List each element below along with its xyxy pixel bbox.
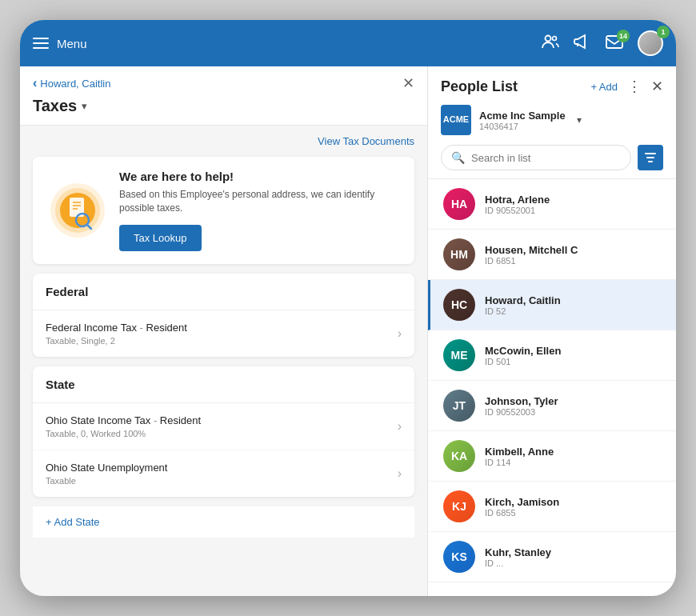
- person-id: ID 114: [485, 458, 554, 467]
- ohio-unemployment-item[interactable]: Ohio State Unemployment Taxable ›: [33, 450, 414, 497]
- person-info: McCowin, Ellen ID 501: [485, 345, 561, 366]
- federal-income-tax-info: Federal Income Tax - Resident Taxable, S…: [46, 322, 187, 346]
- people-list-title: People List: [441, 78, 518, 95]
- ohio-unemployment-info: Ohio State Unemployment Taxable: [46, 462, 167, 486]
- help-body: Based on this Employee's personal addres…: [119, 188, 398, 215]
- ohio-income-tax-sub: Taxable, 0, Worked 100%: [46, 429, 201, 438]
- company-logo: AC ME: [441, 105, 471, 135]
- search-icon: 🔍: [451, 151, 465, 164]
- person-item[interactable]: ME McCowin, Ellen ID 501: [428, 330, 676, 381]
- person-id: ID 90552003: [485, 407, 558, 417]
- person-id: ID 6851: [485, 256, 578, 266]
- state-section-header: State: [33, 366, 414, 403]
- svg-point-0: [546, 35, 551, 41]
- nav-icons: 14 1: [542, 30, 663, 56]
- ohio-income-tax-name: Ohio State Income Tax - Resident: [46, 414, 201, 426]
- person-avatar: KJ: [443, 490, 475, 522]
- mail-icon[interactable]: 14: [606, 34, 623, 53]
- breadcrumb-row: Howard, Caitlin ✕: [33, 76, 414, 90]
- hamburger-icon[interactable]: [33, 38, 49, 49]
- add-state-button[interactable]: + Add State: [33, 506, 414, 538]
- left-body: View Tax Documents: [20, 126, 427, 547]
- person-id: ID 501: [485, 357, 561, 366]
- close-button[interactable]: ✕: [402, 76, 414, 90]
- ohio-unemployment-name: Ohio State Unemployment: [46, 462, 167, 474]
- person-name: McCowin, Ellen: [485, 345, 561, 357]
- person-name: Johnson, Tyler: [485, 395, 558, 407]
- person-name: Kimbell, Anne: [485, 446, 554, 458]
- people-title-row: People List + Add ⋮ ✕: [441, 78, 663, 95]
- person-avatar: JT: [443, 390, 475, 422]
- help-illustration: [49, 182, 106, 239]
- tax-lookup-button[interactable]: Tax Lookup: [119, 225, 202, 251]
- left-panel: Howard, Caitlin ✕ Taxes ▾ View Tax Docum…: [20, 66, 428, 596]
- person-avatar: HA: [443, 188, 475, 220]
- person-item[interactable]: KA Kimbell, Anne ID 114: [428, 431, 676, 482]
- person-id: ID 52: [485, 306, 561, 316]
- person-info: Johnson, Tyler ID 90552003: [485, 395, 558, 417]
- person-id: ID ...: [485, 558, 551, 568]
- company-info: Acme Inc Sample 14036417: [479, 110, 566, 131]
- company-name: Acme Inc Sample: [479, 110, 566, 122]
- person-item[interactable]: HA Hotra, Arlene ID 90552001: [428, 179, 676, 230]
- people-actions: + Add ⋮ ✕: [590, 78, 663, 95]
- person-avatar: HC: [443, 289, 475, 321]
- ohio-income-tax-item[interactable]: Ohio State Income Tax - Resident Taxable…: [33, 403, 414, 450]
- federal-income-tax-item[interactable]: Federal Income Tax - Resident Taxable, S…: [33, 310, 414, 357]
- close-people-button[interactable]: ✕: [651, 78, 663, 95]
- person-avatar: KS: [443, 541, 475, 573]
- federal-income-tax-arrow: ›: [398, 326, 402, 341]
- person-item[interactable]: HM Housen, Mitchell C ID 6851: [428, 230, 676, 280]
- help-heading: We are here to help!: [119, 170, 398, 183]
- people-header: People List + Add ⋮ ✕ AC ME Acme Inc Sam…: [428, 66, 676, 179]
- person-id: ID 90552001: [485, 206, 550, 215]
- breadcrumb-link[interactable]: Howard, Caitlin: [33, 76, 110, 90]
- page-title-row: Taxes ▾: [33, 97, 414, 125]
- svg-point-1: [553, 36, 557, 40]
- search-input[interactable]: [471, 152, 621, 164]
- person-name: Housen, Mitchell C: [485, 244, 578, 256]
- person-avatar: HM: [443, 238, 475, 270]
- avatar-nav[interactable]: 1: [638, 30, 663, 56]
- tablet-frame: Menu 14: [20, 20, 676, 596]
- person-name: Kuhr, Stanley: [485, 546, 551, 558]
- person-info: Housen, Mitchell C ID 6851: [485, 244, 578, 266]
- nav-left: Menu: [33, 37, 87, 50]
- add-person-button[interactable]: + Add: [590, 81, 618, 93]
- search-box[interactable]: 🔍: [441, 145, 631, 170]
- person-name: Kirch, Jamison: [485, 496, 559, 508]
- person-info: Kimbell, Anne ID 114: [485, 446, 554, 467]
- megaphone-icon[interactable]: [574, 34, 591, 54]
- person-item[interactable]: KJ Kirch, Jamison ID 6855: [428, 482, 676, 532]
- ohio-income-tax-arrow: ›: [398, 419, 402, 434]
- left-header: Howard, Caitlin ✕ Taxes ▾: [20, 66, 427, 126]
- help-card: We are here to help! Based on this Emplo…: [33, 157, 414, 264]
- federal-income-tax-sub: Taxable, Single, 2: [46, 336, 187, 346]
- main-content: Howard, Caitlin ✕ Taxes ▾ View Tax Docum…: [20, 66, 676, 596]
- view-docs-link[interactable]: View Tax Documents: [33, 135, 414, 147]
- person-item[interactable]: HC Howard, Caitlin ID 52: [428, 280, 676, 330]
- person-item[interactable]: KS Kuhr, Stanley ID ...: [428, 532, 676, 582]
- search-row: 🔍: [441, 145, 663, 170]
- person-item[interactable]: JT Johnson, Tyler ID 90552003: [428, 381, 676, 431]
- people-icon[interactable]: [542, 34, 559, 53]
- company-dropdown-icon[interactable]: ▾: [577, 114, 582, 126]
- person-name: Howard, Caitlin: [485, 294, 561, 306]
- top-nav: Menu 14: [20, 20, 676, 66]
- company-id: 14036417: [479, 122, 566, 131]
- person-list: HA Hotra, Arlene ID 90552001 HM Housen, …: [428, 179, 676, 596]
- person-info: Hotra, Arlene ID 90552001: [485, 194, 550, 215]
- mail-badge: 14: [617, 30, 630, 42]
- federal-section-header: Federal: [33, 274, 414, 310]
- filter-button[interactable]: [638, 145, 663, 170]
- page-title-dropdown[interactable]: ▾: [82, 100, 87, 112]
- person-info: Kuhr, Stanley ID ...: [485, 546, 551, 568]
- ohio-income-tax-info: Ohio State Income Tax - Resident Taxable…: [46, 414, 201, 438]
- person-avatar: ME: [443, 339, 475, 371]
- ohio-unemployment-arrow: ›: [398, 466, 402, 481]
- avatar-badge: 1: [657, 26, 670, 38]
- company-selector[interactable]: AC ME Acme Inc Sample 14036417 ▾: [441, 105, 663, 135]
- person-id: ID 6855: [485, 508, 559, 518]
- person-avatar: KA: [443, 440, 475, 472]
- more-options-icon[interactable]: ⋮: [627, 78, 642, 95]
